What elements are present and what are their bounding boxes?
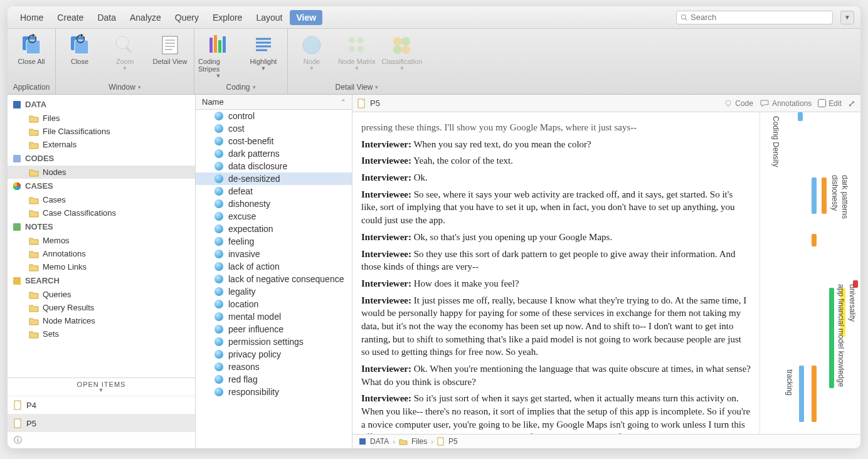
code-node[interactable]: red flag [196,373,352,386]
breadcrumb-item[interactable]: Files [411,437,427,446]
folder-icon [29,168,39,177]
search-icon [13,277,21,285]
menu-analyze[interactable]: Analyze [124,10,167,25]
edit-checkbox[interactable] [818,99,826,107]
search-dropdown-button[interactable]: ▼ [840,11,854,24]
code-node[interactable]: permission settings [196,335,352,348]
code-node[interactable]: de-sensitized [196,172,352,185]
coding-stripe[interactable] [829,288,834,388]
coding-stripe[interactable] [812,234,817,246]
breadcrumb-item[interactable]: DATA [370,437,389,446]
transcript-line[interactable]: Interviewer: How does it make you feel? [361,277,751,290]
codes-list-header[interactable]: Name ⌃ [196,95,352,110]
nav-item-files[interactable]: Files [8,112,195,125]
info-icon[interactable]: ⓘ [8,432,195,448]
code-node[interactable]: cost [196,122,352,135]
code-node[interactable]: legality [196,285,352,298]
document-tab[interactable]: P5 [357,98,717,108]
nav-item-nodes[interactable]: Nodes [8,166,195,179]
nav-item-externals[interactable]: Externals [8,138,195,151]
code-node[interactable]: lack of negative consequence [196,273,352,285]
ribbon-close[interactable]: Close [60,34,100,65]
node-icon [214,237,223,246]
open-item-p5[interactable]: P5 [8,414,195,432]
code-node[interactable]: control [196,110,352,122]
menu-home[interactable]: Home [14,10,50,25]
coding-stripe[interactable] [812,366,817,422]
expand-button[interactable]: ⤢ [848,98,855,108]
code-node[interactable]: data disclosure [196,160,352,172]
codes-list-panel: Name ⌃ controlcostcost-benefitdark patte… [196,95,352,448]
search-box[interactable] [676,11,833,24]
code-node[interactable]: responsibility [196,386,352,398]
transcript-line[interactable]: Interviewee: So they use this sort of da… [361,248,751,273]
nav-item-memo-links[interactable]: Memo Links [8,260,195,273]
code-node[interactable]: peer influence [196,323,352,335]
nav-item-case-classifications[interactable]: Case Classifications [8,206,195,219]
nav-section-data[interactable]: DATA [8,97,195,112]
search-input[interactable] [691,13,828,22]
menu-create[interactable]: Create [51,10,90,25]
ribbon-highlight[interactable]: Highlight▼ [243,34,283,71]
code-node[interactable]: defeat [196,185,352,198]
code-node[interactable]: privacy policy [196,348,352,361]
nav-item-file-classifications[interactable]: File Classifications [8,125,195,138]
nav-section-cases[interactable]: CASES [8,179,195,193]
ribbon-close-all[interactable]: Close All [11,34,51,65]
ribbon-detail-view[interactable]: Detail View [150,34,190,65]
annotations-tool[interactable]: Annotations [760,99,812,108]
code-node[interactable]: dishonesty [196,198,352,210]
detailview-icon [157,34,183,56]
transcript-line[interactable]: Interviewee: So see, where it says your … [361,188,751,227]
coding-stripe[interactable] [799,366,804,422]
code-node[interactable]: cost-benefit [196,135,352,147]
open-items-header[interactable]: OPEN ITEMS ▼ [8,377,195,396]
nav-item-cases[interactable]: Cases [8,193,195,206]
nav-item-query-results[interactable]: Query Results [8,301,195,314]
code-tool[interactable]: Code [724,99,753,108]
code-node[interactable]: expectation [196,223,352,235]
breadcrumb[interactable]: DATA›Files›P5 [352,434,860,448]
nav-item-queries[interactable]: Queries [8,288,195,301]
coding-stripe[interactable] [822,177,827,214]
nav-section-search[interactable]: SEARCH [8,273,195,288]
transcript-line[interactable]: Interviewer: Ok. [361,171,751,184]
nav-item-node-matrices[interactable]: Node Matrices [8,314,195,327]
menu-query[interactable]: Query [169,10,205,25]
ribbon-group-application: Application [13,82,50,93]
svg-rect-33 [13,155,21,162]
chevron-right-icon: › [393,438,395,445]
ribbon-coding-stripes[interactable]: Coding Stripes▼ [198,34,238,79]
coding-stripe[interactable] [812,177,817,214]
code-node[interactable]: dark patterns [196,147,352,160]
menu-explore[interactable]: Explore [206,10,248,25]
nav-section-notes[interactable]: NOTES [8,219,195,234]
transcript-line[interactable]: Interviewee: Yeah, the color of the text… [361,154,751,167]
code-node[interactable]: mental model [196,310,352,323]
code-node[interactable]: feeling [196,235,352,248]
nav-item-memos[interactable]: Memos [8,234,195,247]
open-item-p4[interactable]: P4 [8,396,195,414]
coding-stripe[interactable] [798,112,803,121]
transcript-line[interactable]: Interviewer: Ok, so that's just you open… [361,231,751,244]
transcript[interactable]: pressing these things. I'll show you my … [352,112,760,434]
transcript-line[interactable]: Interviewee: It just pisses me off, real… [361,294,751,359]
transcript-line[interactable]: Interviewer: Ok. When you're mentioning … [361,362,751,388]
document-icon [14,400,23,410]
nav-section-codes[interactable]: CODES [8,151,195,166]
menu-data[interactable]: Data [91,10,122,25]
code-node[interactable]: lack of action [196,260,352,273]
breadcrumb-item[interactable]: P5 [448,437,458,446]
nav-item-sets[interactable]: Sets [8,327,195,340]
code-node[interactable]: reasons [196,361,352,373]
transcript-line[interactable]: Interviewee: So it's just sort of when i… [361,392,751,434]
edit-toggle[interactable]: Edit [818,99,842,108]
nav-item-annotations[interactable]: Annotations [8,247,195,260]
code-node[interactable]: invasive [196,248,352,260]
code-node[interactable]: excuse [196,210,352,223]
code-node[interactable]: location [196,298,352,310]
transcript-line[interactable]: Interviewer: When you say red text, do y… [361,138,751,151]
menu-layout[interactable]: Layout [250,10,288,25]
menu-view[interactable]: View [290,10,322,25]
transcript-line[interactable]: pressing these things. I'll show you my … [361,121,751,134]
